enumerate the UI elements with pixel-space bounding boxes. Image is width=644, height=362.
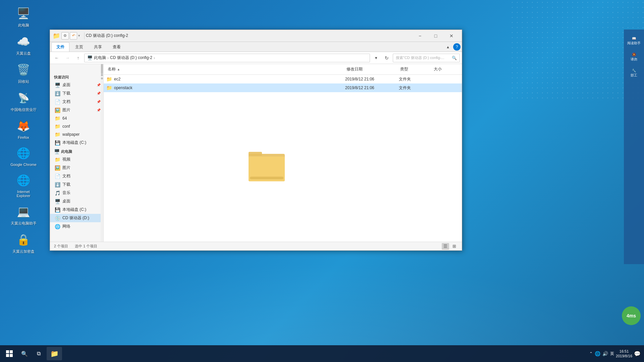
sidebar-item-videos[interactable]: 📁 视频 xyxy=(50,155,103,164)
file-list: 名称 ▲ 修改日期 类型 大小 📁 xyxy=(104,64,462,242)
desktop-icon-telecom[interactable]: 📡 中国电信营业厅 xyxy=(8,88,39,114)
path-this-pc[interactable]: 此电脑 xyxy=(94,55,106,61)
sidebar: 快速访问 🖥️ 桌面 📌 ⬇️ 下载 📌 📄 文档 📌 🖼️ xyxy=(50,64,104,242)
notification-icon[interactable]: 💬 xyxy=(634,351,641,357)
task-view-button[interactable]: ⧉ xyxy=(32,347,45,360)
tray-expand-btn[interactable]: ⌃ xyxy=(589,351,593,356)
ribbon-collapse-btn[interactable]: ▲ xyxy=(444,44,452,50)
folder-title-icon: 📁 xyxy=(53,32,60,40)
tab-view[interactable]: 查看 xyxy=(108,42,126,52)
desktop: 🖥️ 此电脑 ☁️ 天翼云盘 🗑️ 回收站 📡 中国电信营业厅 🦊 Firefo… xyxy=(0,0,644,362)
tab-home[interactable]: 主页 xyxy=(70,42,88,52)
ribbon-tabs: 文件 主页 共享 查看 ▲ ? xyxy=(50,42,462,52)
help-button[interactable]: ? xyxy=(453,43,461,51)
close-button[interactable]: ✕ xyxy=(444,30,459,42)
local-disk-c-icon: 💾 xyxy=(55,207,60,213)
tab-share[interactable]: 共享 xyxy=(89,42,107,52)
taskbar: 🔍 ⧉ 📁 ⌃ 🌐 🔊 英 16:51 2019/8/16 💬 xyxy=(0,345,644,362)
col-type-header[interactable]: 类型 xyxy=(399,65,432,73)
sidebar-item-64[interactable]: 📁 64 xyxy=(50,114,103,122)
tab-file[interactable]: 文件 xyxy=(51,42,69,52)
sidebar-item-wallpaper[interactable]: 📁 wallpaper xyxy=(50,130,103,138)
volume-tray-icon[interactable]: 🔊 xyxy=(602,351,608,356)
sidebar-item-downloads[interactable]: ⬇️ 下载 xyxy=(50,180,103,189)
desktop-icon-tianyi-lock[interactable]: 🔒 天翼云加密盘 xyxy=(8,230,39,256)
grid-view-toggle[interactable]: ⊞ xyxy=(450,243,458,250)
col-name-header[interactable]: 名称 ▲ xyxy=(106,65,345,73)
path-current[interactable]: CD 驱动器 (D:) config-2 xyxy=(110,55,152,61)
desktop-icon-this-pc[interactable]: 🖥️ 此电脑 xyxy=(8,3,39,30)
folder-wallpaper-label: wallpaper xyxy=(62,132,79,137)
folder-64-label: 64 xyxy=(62,116,67,121)
pics-qa-pin: 📌 xyxy=(97,108,101,112)
sidebar-scrollbar[interactable] xyxy=(101,64,103,242)
ie-icon: 🌐 xyxy=(15,172,32,188)
undo-quick-btn[interactable]: ↶ xyxy=(70,32,77,40)
desktop-icon-ie[interactable]: 🌐 Internet Explorer xyxy=(8,170,39,200)
maximize-button[interactable]: □ xyxy=(428,30,443,42)
sidebar-scrollbar-thumb[interactable] xyxy=(101,64,103,74)
taskbar-search-button[interactable]: 🔍 xyxy=(18,347,31,360)
tianyi-cloud-icon: ☁️ xyxy=(15,34,32,50)
right-panel-dnd[interactable]: 🔕 请勿 xyxy=(631,52,637,62)
right-panel-tools[interactable]: 🔧 部工 xyxy=(631,68,637,78)
file-row-openstack[interactable]: 📁 openstack 2019/8/12 21:06 文件夹 xyxy=(104,83,462,92)
sidebar-item-docs-qa[interactable]: 📄 文档 📌 xyxy=(50,98,103,106)
chrome-icon: 🌐 xyxy=(15,145,32,161)
search-icon[interactable]: 🔍 xyxy=(452,56,457,60)
address-bar: ← → ↑ 🖥️ 此电脑 › CD 驱动器 (D:) config-2 › ▾ … xyxy=(50,52,462,64)
desktop-icon-firefox[interactable]: 🦊 Firefox xyxy=(8,116,39,141)
sidebar-item-conf[interactable]: 📁 conf xyxy=(50,122,103,130)
svg-rect-1 xyxy=(249,152,262,156)
openstack-type: 文件夹 xyxy=(399,85,432,91)
local-disk-c-label: 本地磁盘 (C:) xyxy=(62,207,86,213)
path-sep-1: › xyxy=(107,56,109,60)
sidebar-item-documents[interactable]: 📄 文档 xyxy=(50,172,103,180)
sidebar-item-network[interactable]: 🌐 网络 xyxy=(50,222,103,231)
clock-time: 16:51 xyxy=(616,349,632,354)
col-date-header[interactable]: 修改日期 xyxy=(345,65,399,73)
search-box[interactable]: 搜索"CD 驱动器 (D:) config-... 🔍 xyxy=(393,54,460,62)
desktop-icon-chrome[interactable]: 🌐 Google Chrome xyxy=(8,143,39,169)
up-button[interactable]: ↑ xyxy=(73,54,83,62)
desktop-icon-tianyi-assist[interactable]: 💻 天翼云电脑助手 xyxy=(8,201,39,228)
win-logo-sq3 xyxy=(6,354,9,357)
desktop-qa-icon: 🖥️ xyxy=(55,82,60,88)
forward-button[interactable]: → xyxy=(63,54,72,62)
quick-access-dropdown[interactable]: ▾ xyxy=(78,34,80,38)
pictures-label: 图片 xyxy=(62,165,70,171)
network-tray-icon[interactable]: 🌐 xyxy=(595,351,600,356)
firefox-icon: 🦊 xyxy=(15,118,32,134)
tools-icon: 🔧 xyxy=(631,68,637,73)
desktop-icon-tianyi-cloud[interactable]: ☁️ 天翼云盘 xyxy=(8,32,39,58)
taskbar-file-explorer-button[interactable]: 📁 xyxy=(47,347,62,360)
right-panel-reading[interactable]: 📖 阅读助手 xyxy=(627,36,641,46)
properties-quick-btn[interactable]: ⚙ xyxy=(61,32,69,40)
sidebar-item-pictures[interactable]: 🖼️ 图片 xyxy=(50,164,103,172)
desktop-icon-recycle-bin[interactable]: 🗑️ 回收站 xyxy=(8,60,39,86)
this-pc-label: 此电脑 xyxy=(18,23,29,28)
docs-qa-icon: 📄 xyxy=(55,99,60,105)
refresh-button[interactable]: ↻ xyxy=(382,54,391,62)
start-button[interactable] xyxy=(2,347,17,360)
list-view-toggle[interactable]: ☰ xyxy=(442,243,449,250)
cd-drive-d-label: CD 驱动器 (D:) xyxy=(62,215,89,221)
sidebar-item-local-c[interactable]: 💾 本地磁盘 (C:) xyxy=(50,138,103,147)
sidebar-item-local-disk-c[interactable]: 💾 本地磁盘 (C:) xyxy=(50,205,103,214)
file-row-ec2[interactable]: 📁 ec2 2019/8/12 21:06 文件夹 xyxy=(104,75,462,83)
sidebar-item-cd-drive-d[interactable]: 💿 CD 驱动器 (D:) xyxy=(50,214,103,222)
svg-rect-3 xyxy=(250,177,283,179)
back-button[interactable]: ← xyxy=(52,54,61,62)
address-dropdown-btn[interactable]: ▾ xyxy=(371,54,381,62)
taskbar-time-display[interactable]: 16:51 2019/8/16 xyxy=(616,349,632,359)
sidebar-item-pics-qa[interactable]: 🖼️ 图片 📌 xyxy=(50,106,103,114)
sidebar-item-downloads-qa[interactable]: ⬇️ 下载 📌 xyxy=(50,89,103,98)
lang-indicator[interactable]: 英 xyxy=(610,351,614,357)
downloads-qa-pin: 📌 xyxy=(97,92,101,95)
sidebar-item-music[interactable]: 🎵 音乐 xyxy=(50,189,103,197)
address-path[interactable]: 🖥️ 此电脑 › CD 驱动器 (D:) config-2 › xyxy=(84,54,370,62)
col-size-header[interactable]: 大小 xyxy=(432,65,459,73)
sidebar-item-desktop-qa[interactable]: 🖥️ 桌面 📌 xyxy=(50,81,103,89)
minimize-button[interactable]: − xyxy=(412,30,428,42)
sidebar-item-desktop-pc[interactable]: 🖥️ 桌面 xyxy=(50,197,103,205)
